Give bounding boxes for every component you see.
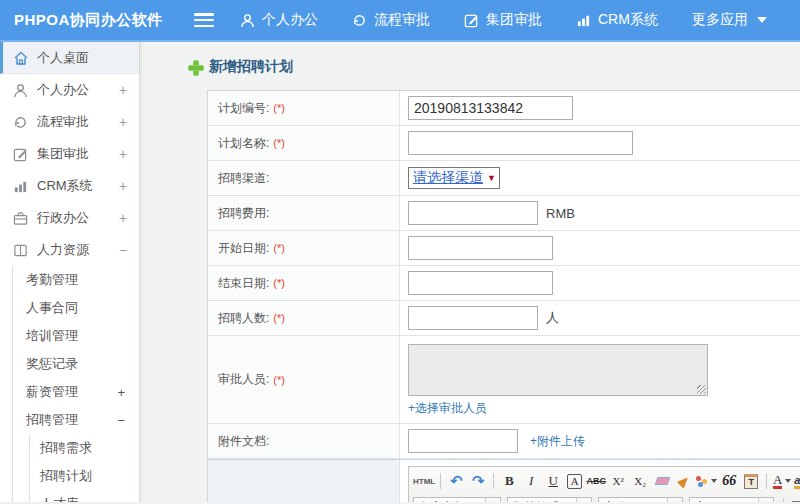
editor-row-label-cell bbox=[208, 460, 400, 502]
app-window: PHPOA协同办公软件 个人办公 流程审批 集团审批 bbox=[0, 0, 800, 504]
form-row-editor: HTML ↶ ↷ B I U A ABC bbox=[208, 459, 800, 502]
underline-button[interactable]: U bbox=[543, 471, 563, 491]
sidebar-item-label: CRM系统 bbox=[37, 177, 117, 195]
book-icon bbox=[12, 242, 29, 259]
font-style-button[interactable]: A bbox=[567, 474, 582, 489]
caret-down-icon bbox=[711, 479, 717, 483]
eraser-icon[interactable] bbox=[652, 471, 672, 491]
align-left-icon[interactable] bbox=[789, 497, 800, 502]
plan-number-input[interactable] bbox=[408, 96, 573, 120]
sidebar-item-rewards-punishments[interactable]: 奖惩记录 bbox=[13, 350, 139, 378]
sidebar-item-human-resources[interactable]: 人力资源 − bbox=[0, 234, 139, 266]
form-row-headcount: 招聘人数:(*) 人 bbox=[208, 301, 800, 336]
caret-down-icon bbox=[757, 17, 767, 23]
expand-plus-icon[interactable]: + bbox=[117, 82, 129, 98]
form-row-end-date: 结束日期:(*) bbox=[208, 266, 800, 301]
expand-plus-icon[interactable]: + bbox=[117, 146, 129, 162]
select-arrow-icon bbox=[576, 498, 591, 502]
sidebar-item-personal-office[interactable]: 个人办公 + bbox=[0, 74, 139, 106]
sidebar-item-recruit-management[interactable]: 招聘管理 − bbox=[13, 406, 139, 434]
hr-submenu: 考勤管理 人事合同 培训管理 奖惩记录 薪资管理 + 招聘管理 − bbox=[12, 266, 139, 502]
currency-suffix: RMB bbox=[546, 206, 575, 221]
bold-button[interactable]: B bbox=[499, 471, 519, 491]
collapse-minus-icon[interactable]: − bbox=[117, 413, 125, 428]
top-navigation: 个人办公 流程审批 集团审批 CRM系统 更多应用 bbox=[240, 11, 767, 29]
edit-square-icon bbox=[12, 146, 29, 163]
expand-plus-icon[interactable]: + bbox=[117, 210, 129, 226]
menu-toggle-icon[interactable] bbox=[194, 13, 214, 27]
required-mark: (*) bbox=[273, 137, 285, 149]
sidebar-item-salary[interactable]: 薪资管理 + bbox=[13, 378, 139, 406]
resize-grip-icon[interactable] bbox=[697, 385, 706, 394]
undo-icon[interactable]: ↶ bbox=[446, 471, 466, 491]
font-family-select[interactable]: 字体 bbox=[598, 497, 683, 502]
choose-approvers-link[interactable]: +选择审批人员 bbox=[408, 400, 487, 417]
nav-personal-office[interactable]: 个人办公 bbox=[240, 11, 318, 29]
collapse-minus-icon[interactable]: − bbox=[117, 242, 129, 258]
required-mark: (*) bbox=[273, 312, 285, 324]
approvers-textarea[interactable] bbox=[408, 344, 708, 396]
source-code-button[interactable]: HTML bbox=[413, 471, 435, 491]
plan-name-input[interactable] bbox=[408, 131, 633, 155]
sidebar-item-label: 行政办公 bbox=[37, 209, 117, 227]
headcount-input[interactable] bbox=[408, 306, 538, 330]
expand-plus-icon[interactable]: + bbox=[117, 385, 125, 400]
sidebar-item-crm-system[interactable]: CRM系统 + bbox=[0, 170, 139, 202]
sidebar-item-label: 个人桌面 bbox=[37, 49, 129, 67]
sidebar-item-talent-pool[interactable]: 人才库 bbox=[30, 490, 139, 502]
nav-group-approval[interactable]: 集团审批 bbox=[464, 11, 542, 29]
nav-label: 集团审批 bbox=[486, 11, 542, 29]
sidebar-item-personal-desktop[interactable]: 个人桌面 bbox=[0, 42, 139, 74]
recruit-cost-input[interactable] bbox=[408, 201, 538, 225]
sidebar-item-process-approval[interactable]: 流程审批 + bbox=[0, 106, 139, 138]
sidebar-item-recruit-plan[interactable]: 招聘计划 bbox=[30, 462, 139, 490]
end-date-input[interactable] bbox=[408, 271, 553, 295]
rich-text-editor: HTML ↶ ↷ B I U A ABC bbox=[408, 466, 800, 502]
field-label: 招聘人数: bbox=[218, 310, 269, 327]
sidebar-item-training[interactable]: 培训管理 bbox=[13, 322, 139, 350]
expand-plus-icon[interactable]: + bbox=[117, 114, 129, 130]
field-label: 结束日期: bbox=[218, 275, 269, 292]
expand-plus-icon[interactable]: + bbox=[117, 178, 129, 194]
recruit-channel-select[interactable]: 请选择渠道 ▼ bbox=[408, 167, 500, 189]
form-row-plan-number: 计划编号:(*) bbox=[208, 91, 800, 126]
edit-square-icon bbox=[464, 13, 479, 28]
italic-button[interactable]: I bbox=[521, 471, 541, 491]
sidebar-item-recruit-demand[interactable]: 招聘需求 bbox=[30, 434, 139, 462]
sidebar-item-hr-contract[interactable]: 人事合同 bbox=[13, 294, 139, 322]
paragraph-format-select[interactable]: 段落格式 bbox=[507, 497, 592, 502]
nav-more-apps[interactable]: 更多应用 bbox=[692, 11, 767, 29]
field-label: 审批人员: bbox=[218, 371, 269, 388]
sidebar-item-label: 人力资源 bbox=[37, 241, 117, 259]
subscript-button[interactable]: X₂ bbox=[630, 471, 650, 491]
select-arrow-icon bbox=[758, 498, 773, 502]
attachment-upload-link[interactable]: +附件上传 bbox=[530, 433, 585, 450]
superscript-button[interactable]: X² bbox=[608, 471, 628, 491]
person-icon bbox=[240, 13, 255, 28]
font-size-select[interactable]: 字号 bbox=[689, 497, 774, 502]
font-color-button[interactable]: A bbox=[772, 471, 792, 491]
redo-icon[interactable]: ↷ bbox=[468, 471, 488, 491]
select-value: 段落格式 bbox=[508, 498, 576, 502]
nav-crm-system[interactable]: CRM系统 bbox=[576, 11, 658, 29]
start-date-input[interactable] bbox=[408, 236, 553, 260]
sidebar-item-attendance[interactable]: 考勤管理 bbox=[13, 266, 139, 294]
attachment-input[interactable] bbox=[408, 429, 518, 453]
paste-text-icon[interactable]: T bbox=[741, 471, 761, 491]
form-row-approvers: 审批人员:(*) +选择审批人员 bbox=[208, 336, 800, 424]
sidebar-item-group-approval[interactable]: 集团审批 + bbox=[0, 138, 139, 170]
blockquote-button[interactable]: 66 bbox=[719, 471, 739, 491]
strikethrough-button[interactable]: ABC bbox=[586, 471, 606, 491]
select-value: 字号 bbox=[690, 498, 758, 502]
sidebar-item-admin-office[interactable]: 行政办公 + bbox=[0, 202, 139, 234]
process-approve-icon bbox=[352, 13, 367, 28]
required-mark: (*) bbox=[273, 102, 285, 114]
nav-label: 个人办公 bbox=[262, 11, 318, 29]
format-brush-icon[interactable] bbox=[674, 471, 694, 491]
custom-title-select[interactable]: 自定义标题 bbox=[413, 497, 501, 502]
nav-process-approval[interactable]: 流程审批 bbox=[352, 11, 430, 29]
auto-typeset-icon[interactable] bbox=[696, 471, 717, 491]
field-label: 招聘渠道: bbox=[218, 170, 269, 187]
select-arrow-icon bbox=[485, 498, 500, 502]
highlight-color-button[interactable]: ab bbox=[794, 471, 800, 491]
